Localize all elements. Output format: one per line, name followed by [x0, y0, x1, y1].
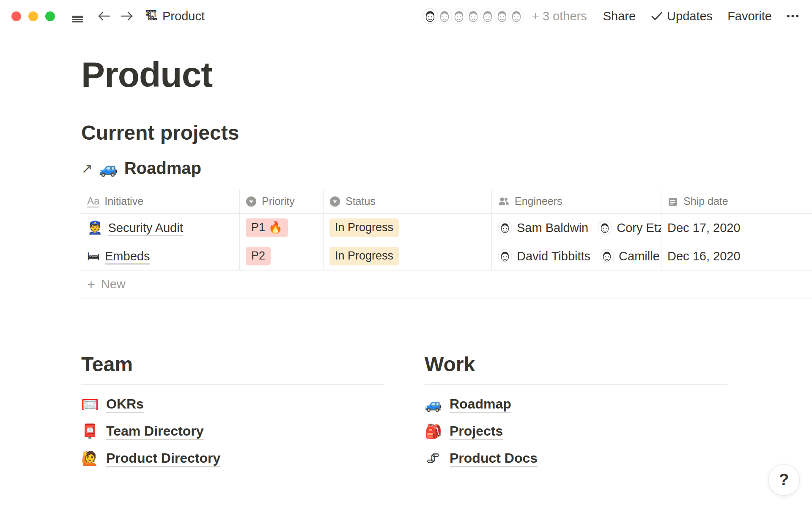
page-link-label: OKRs: [106, 396, 144, 412]
person-raising-hand-icon: 🙋: [81, 451, 98, 465]
priority-cell[interactable]: P1 🔥: [240, 214, 324, 242]
engineers-cell[interactable]: Sam Baldwin Cory Etz: [492, 214, 661, 242]
priority-badge: P2: [246, 247, 271, 265]
minimize-window-button[interactable]: [28, 11, 38, 21]
close-window-button[interactable]: [11, 11, 21, 21]
work-heading[interactable]: Work: [425, 353, 727, 376]
car-icon: 🚙: [425, 397, 442, 411]
engineers-cell[interactable]: David Tibbitts Camille: [492, 242, 661, 270]
new-row-label: New: [101, 277, 126, 291]
roadmap-database-link[interactable]: ↗ 🚙 Roadmap: [81, 159, 201, 178]
engineer-chip: Camille: [600, 249, 660, 263]
page-link-product-docs[interactable]: 🖇 Product Docs: [425, 445, 538, 472]
engineer-name: Sam Baldwin: [517, 221, 588, 235]
plus-icon: +: [87, 278, 95, 291]
engineer-name: Camille: [619, 249, 660, 263]
sidebar-menu-icon[interactable]: [70, 13, 85, 19]
team-section: Team 🥅 OKRs 📮 Team Directory 🙋 Product D…: [81, 353, 384, 472]
share-button[interactable]: Share: [603, 9, 636, 23]
page-content: Product Current projects ↗ 🚙 Roadmap Aa …: [0, 56, 812, 472]
column-header-engineers[interactable]: Engineers: [492, 189, 661, 213]
forward-icon[interactable]: [118, 8, 136, 24]
column-label: Ship date: [683, 195, 728, 207]
north-east-arrow-icon: ↗: [81, 162, 93, 175]
paperclips-icon: 🖇: [425, 451, 442, 465]
ship-date-cell[interactable]: Dec 17, 2020: [661, 214, 812, 242]
back-icon[interactable]: [95, 8, 113, 24]
page-link-label: Team Directory: [106, 423, 204, 439]
more-options-icon[interactable]: •••: [787, 11, 800, 22]
status-badge: In Progress: [329, 218, 399, 237]
new-row-button[interactable]: + New: [81, 271, 812, 298]
collaborator-avatars[interactable]: [421, 7, 525, 25]
select-property-icon: [246, 196, 257, 207]
select-property-icon: [329, 196, 340, 207]
engineer-chip: David Tibbitts: [498, 249, 590, 263]
initiative-cell[interactable]: 🛏 Embeds: [81, 242, 240, 270]
page-title[interactable]: Product: [81, 56, 812, 93]
page-link-label: Product Docs: [450, 450, 538, 466]
column-label: Status: [346, 195, 376, 207]
page-link-label: Product Directory: [106, 450, 220, 466]
help-label: ?: [779, 471, 789, 489]
table-row: 🛏 Embeds P2 In Progress David Tibbitts C…: [81, 242, 812, 271]
projects-table: Aa Initiative Priority Status: [81, 189, 812, 298]
construction-crane-icon: 🏗: [145, 10, 158, 22]
calendar-property-icon: [667, 196, 678, 207]
bottom-sections: Team 🥅 OKRs 📮 Team Directory 🙋 Product D…: [81, 353, 727, 472]
top-bar: 🏗 Product + 3 others Share Updates Favor…: [0, 0, 812, 32]
divider: [425, 384, 727, 385]
ship-date-value: Dec 16, 2020: [667, 249, 741, 263]
avatar: [498, 249, 512, 263]
engineer-name: David Tibbitts: [517, 249, 590, 263]
more-collaborators-label[interactable]: + 3 others: [532, 9, 587, 23]
team-heading[interactable]: Team: [81, 353, 384, 376]
work-section: Work 🚙 Roadmap 🎒 Projects 🖇 Product Docs: [425, 353, 727, 472]
initiative-cell[interactable]: 👮 Security Audit: [81, 214, 240, 242]
avatar: [598, 221, 612, 235]
people-property-icon: [498, 196, 510, 207]
postbox-icon: 📮: [81, 424, 98, 438]
page-link-projects[interactable]: 🎒 Projects: [425, 418, 503, 445]
check-icon: [650, 11, 663, 22]
avatar: [508, 7, 525, 25]
status-cell[interactable]: In Progress: [324, 214, 492, 242]
column-header-ship-date[interactable]: Ship date: [661, 189, 812, 213]
page-link-roadmap[interactable]: 🚙 Roadmap: [425, 391, 511, 418]
engineer-chip: Sam Baldwin: [498, 221, 588, 235]
column-label: Initiative: [104, 195, 143, 207]
page-link-label: Projects: [450, 423, 503, 439]
car-icon: 🚙: [99, 161, 118, 176]
page-link[interactable]: Security Audit: [108, 221, 183, 235]
status-cell[interactable]: In Progress: [324, 242, 492, 270]
ship-date-cell[interactable]: Dec 16, 2020: [661, 242, 812, 270]
column-header-priority[interactable]: Priority: [240, 189, 324, 213]
page-link-okrs[interactable]: 🥅 OKRs: [81, 391, 144, 418]
page-link[interactable]: Embeds: [105, 249, 150, 263]
priority-cell[interactable]: P2: [240, 242, 324, 270]
status-badge: In Progress: [329, 247, 399, 265]
updates-button[interactable]: Updates: [650, 9, 713, 23]
updates-label: Updates: [667, 9, 713, 23]
zoom-window-button[interactable]: [45, 11, 55, 21]
breadcrumb[interactable]: 🏗 Product: [145, 9, 205, 23]
bed-icon: 🛏: [87, 250, 100, 262]
engineer-chip: Cory Etz: [598, 221, 661, 235]
current-projects-heading[interactable]: Current projects: [81, 121, 812, 144]
roadmap-link-label: Roadmap: [124, 159, 201, 178]
help-button[interactable]: ?: [768, 464, 800, 496]
priority-badge: P1 🔥: [246, 218, 288, 237]
favorite-button[interactable]: Favorite: [727, 9, 772, 23]
police-officer-icon: 👮: [87, 221, 103, 234]
page-link-product-directory[interactable]: 🙋 Product Directory: [81, 445, 220, 472]
window-controls: [11, 11, 55, 21]
share-label: Share: [603, 9, 636, 23]
column-label: Engineers: [515, 195, 562, 207]
column-header-initiative[interactable]: Aa Initiative: [81, 189, 240, 213]
table-header-row: Aa Initiative Priority Status: [81, 189, 812, 214]
page-link-team-directory[interactable]: 📮 Team Directory: [81, 418, 204, 445]
goal-net-icon: 🥅: [81, 397, 98, 411]
column-header-status[interactable]: Status: [324, 189, 492, 213]
breadcrumb-title: Product: [162, 9, 205, 23]
page-link-label: Roadmap: [450, 396, 511, 412]
